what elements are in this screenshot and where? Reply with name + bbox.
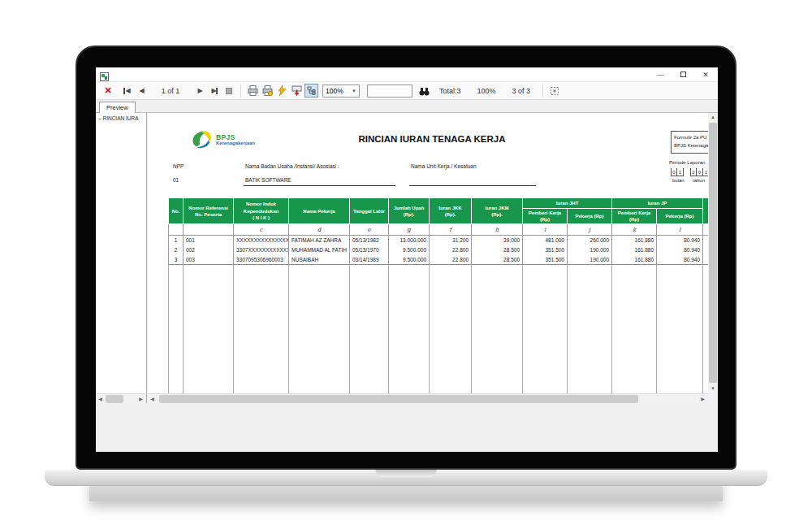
laptop-mockup: — ✕ ✕ ◀ ◀ 1 of 1 ▶ ▶ [0,0,812,529]
tree-horizontal-scrollbar[interactable]: ◀ ▶ [96,393,147,403]
tree-collapse-glyph[interactable]: – [98,115,102,121]
page-indicator: 1 of 1 [149,84,192,98]
tab-strip: Preview [96,101,718,113]
last-page-button[interactable]: ▶ [208,84,221,98]
report-vertical-scrollbar[interactable]: ▲ ▼ [708,113,718,403]
column-letter: f [430,224,472,236]
table-cell: 13.000.000 [389,236,430,245]
empty-cell [184,265,234,393]
column-letter [184,224,234,236]
table-cell: 22.800 [430,245,472,255]
periode-digit: 1 [677,168,684,176]
bpjs-logo-swoosh-icon [189,128,214,152]
previous-page-button[interactable]: ◀ [135,84,148,98]
total-count-label: Total:3 [431,87,469,95]
table-cell: 28.500 [472,255,523,265]
print-setup-button[interactable] [261,84,274,98]
table-cell: 22.800 [430,255,472,265]
empty-cell [430,265,472,393]
table-row: 1001XXXXXXXXXXXXXXXXFATIMAH AZ ZAHRA05/1… [169,236,709,245]
table-cell: 260.000 [568,236,612,245]
position-label: 3 of 3 [504,87,539,95]
column-letter: e [350,224,389,236]
scroll-down-icon[interactable]: ▼ [708,384,718,393]
search-text-input[interactable] [367,85,412,98]
horizontal-scroll-thumb[interactable] [159,395,638,403]
col-no: No. [169,198,184,224]
empty-cell [657,265,703,393]
table-cell: 161.880 [612,245,657,255]
table-cell: 31.200 [430,236,472,245]
table-cell: 190.000 [568,255,612,265]
tab-preview[interactable]: Preview [99,102,136,113]
table-cell: 190.000 [568,245,612,255]
export-icon [292,85,302,96]
status-area [96,403,718,452]
unit-kerja-label: Nama Unit Kerja / Kesatuan [411,163,477,169]
periode-bulan-digits: 01 [671,168,684,176]
group-tree-icon [307,86,316,95]
col-nik: Nomor Induk Kependudukan ( N I K ) [234,198,289,224]
unit-kerja-underline [409,185,536,186]
table-cell: 3307XXXXXXXXXXXX [234,245,289,255]
empty-cell [289,265,350,393]
stop-loading-button[interactable] [222,84,235,98]
table-cell: 161.880 [612,236,657,245]
vertical-scroll-thumb[interactable] [709,123,717,383]
printer-setup-icon [262,85,273,96]
periode-digit: 2 [690,168,697,176]
close-view-button[interactable]: ✕ [102,84,114,98]
printer-icon [248,85,258,96]
badan-usaha-underline [244,185,395,186]
print-button[interactable] [246,84,259,98]
table-cell: 9.500.000 [389,255,430,265]
scroll-up-icon[interactable]: ▲ [708,113,718,122]
report-title: RINCIAN IURAN TENAGA KERJA [229,134,635,144]
select-mode-icon [550,86,559,96]
column-letter: h [472,224,523,236]
tree-item-report[interactable]: – RINCIAN IURA [96,113,146,121]
report-viewer-toolbar: ✕ ◀ ◀ 1 of 1 ▶ ▶ 100% [96,82,718,100]
column-letters-row: cdegfhijklm [169,224,709,236]
first-page-button[interactable]: ◀ [120,84,133,98]
maximize-button[interactable] [672,67,693,82]
table-cell: 05/13/1970 [350,245,389,255]
table-cell: 3307095306960003 [234,255,289,265]
export-button[interactable] [290,84,303,98]
col-tanggal: Tanggal Lahir [350,198,389,224]
app-window: — ✕ ✕ ◀ ◀ 1 of 1 ▶ ▶ [96,67,718,452]
empty-cell [234,265,289,393]
column-letter: l [657,224,703,236]
empty-cell [472,265,523,393]
next-page-button[interactable]: ▶ [193,84,206,98]
table-cell: XXXXXXXXXXXXXXXX [234,236,289,245]
table-row: 20023307XXXXXXXXXXXXMUHAMMAD AL FATIH05/… [169,245,709,255]
col-jp-pemberi: Pemberi Kerja (Rp) [612,209,657,224]
col-nama: Nama Pekerja [289,198,350,224]
table-cell: FATIMAH AZ ZAHRA [289,236,350,245]
percent-label: 100% [469,87,504,95]
form-number-line1: Formulir 2a PU [674,133,708,141]
minimize-button[interactable]: — [650,67,671,82]
form-number-line2: BPJS Ketenagakerjaan [674,141,708,150]
iuran-table-wrap: No. Nomor Referensi No. Peserta Nomor In… [168,197,708,393]
col-group-jht: Iuran JHT [523,198,612,209]
col-jht-pekerja: Pekerja (Rp) [568,209,612,224]
table-cell: 05/13/1982 [350,236,389,245]
report-horizontal-scrollbar[interactable]: ◀ ▶ [148,393,708,403]
select-mode-button[interactable] [548,84,561,98]
col-jp-pekerja: Pekerja (Rp) [657,209,703,224]
zoom-select[interactable]: 100% ▼ [322,85,360,98]
table-cell: 481.000 [523,236,568,245]
table-empty-space [169,265,709,393]
col-referensi: Nomor Referensi No. Peserta [184,198,234,224]
toggle-group-tree-button[interactable] [304,84,318,98]
toolbar-separator [542,85,543,98]
viewer-main: – RINCIAN IURA ◀ ▶ BPJS Ketenagak [96,113,718,452]
table-cell: 9.500.000 [389,245,430,255]
search-button[interactable] [417,84,430,98]
refresh-button[interactable] [275,84,288,98]
zoom-value: 100% [326,87,343,95]
tree-scroll-thumb[interactable] [106,395,123,403]
close-button[interactable]: ✕ [695,67,716,82]
